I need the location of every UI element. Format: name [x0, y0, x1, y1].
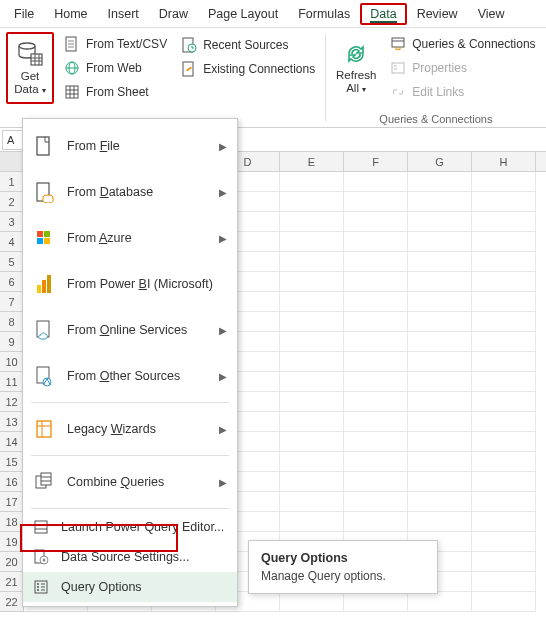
- cell[interactable]: [472, 452, 536, 472]
- cell[interactable]: [408, 212, 472, 232]
- cell[interactable]: [344, 592, 408, 612]
- cell[interactable]: [280, 172, 344, 192]
- cell[interactable]: [280, 592, 344, 612]
- cell[interactable]: [408, 492, 472, 512]
- refresh-all-button[interactable]: RefreshAll ▾: [332, 32, 380, 104]
- cell[interactable]: [472, 552, 536, 572]
- cell[interactable]: [280, 272, 344, 292]
- cell[interactable]: [408, 352, 472, 372]
- cell[interactable]: [344, 512, 408, 532]
- menu-from-database[interactable]: From Database ▶: [23, 169, 237, 215]
- cell[interactable]: [408, 412, 472, 432]
- menu-from-file[interactable]: From File ▶: [23, 123, 237, 169]
- cell[interactable]: [344, 352, 408, 372]
- cell[interactable]: [280, 392, 344, 412]
- cell[interactable]: [408, 232, 472, 252]
- menu-from-azure[interactable]: From Azure ▶: [23, 215, 237, 261]
- cell[interactable]: [408, 592, 472, 612]
- row-4[interactable]: 4: [0, 232, 24, 252]
- row-12[interactable]: 12: [0, 392, 24, 412]
- tab-file[interactable]: File: [4, 3, 44, 25]
- cell[interactable]: [408, 512, 472, 532]
- existing-connections-button[interactable]: Existing Connections: [177, 58, 319, 80]
- cell[interactable]: [472, 472, 536, 492]
- row-6[interactable]: 6: [0, 272, 24, 292]
- cell[interactable]: [472, 272, 536, 292]
- cell[interactable]: [344, 172, 408, 192]
- row-7[interactable]: 7: [0, 292, 24, 312]
- tab-page-layout[interactable]: Page Layout: [198, 3, 288, 25]
- cell[interactable]: [472, 352, 536, 372]
- cell[interactable]: [344, 292, 408, 312]
- row-17[interactable]: 17: [0, 492, 24, 512]
- cell[interactable]: [344, 332, 408, 352]
- row-2[interactable]: 2: [0, 192, 24, 212]
- cell[interactable]: [344, 272, 408, 292]
- row-16[interactable]: 16: [0, 472, 24, 492]
- cell[interactable]: [408, 372, 472, 392]
- cell[interactable]: [408, 252, 472, 272]
- cell[interactable]: [472, 212, 536, 232]
- tab-home[interactable]: Home: [44, 3, 97, 25]
- cell[interactable]: [472, 572, 536, 592]
- cell[interactable]: [280, 452, 344, 472]
- row-19[interactable]: 19: [0, 532, 24, 552]
- cell[interactable]: [280, 252, 344, 272]
- row-22[interactable]: 22: [0, 592, 24, 612]
- row-10[interactable]: 10: [0, 352, 24, 372]
- row-1[interactable]: 1: [0, 172, 24, 192]
- cell[interactable]: [344, 432, 408, 452]
- cell[interactable]: [408, 332, 472, 352]
- cell[interactable]: [280, 372, 344, 392]
- row-9[interactable]: 9: [0, 332, 24, 352]
- cell[interactable]: [344, 312, 408, 332]
- row-21[interactable]: 21: [0, 572, 24, 592]
- row-14[interactable]: 14: [0, 432, 24, 452]
- menu-from-other-sources[interactable]: From Other Sources ▶: [23, 353, 237, 399]
- cell[interactable]: [408, 272, 472, 292]
- cell[interactable]: [280, 232, 344, 252]
- row-13[interactable]: 13: [0, 412, 24, 432]
- cell[interactable]: [472, 312, 536, 332]
- cell[interactable]: [472, 192, 536, 212]
- cell[interactable]: [280, 212, 344, 232]
- cell[interactable]: [472, 372, 536, 392]
- cell[interactable]: [472, 292, 536, 312]
- select-all-triangle[interactable]: [0, 152, 24, 171]
- tab-draw[interactable]: Draw: [149, 3, 198, 25]
- from-web-button[interactable]: From Web: [60, 57, 171, 79]
- tab-formulas[interactable]: Formulas: [288, 3, 360, 25]
- recent-sources-button[interactable]: Recent Sources: [177, 34, 319, 56]
- cell[interactable]: [280, 412, 344, 432]
- menu-data-source-settings[interactable]: Data Source Settings...: [23, 542, 237, 572]
- cell[interactable]: [280, 492, 344, 512]
- cell[interactable]: [344, 212, 408, 232]
- cell[interactable]: [408, 452, 472, 472]
- row-15[interactable]: 15: [0, 452, 24, 472]
- cell[interactable]: [472, 492, 536, 512]
- cell[interactable]: [344, 492, 408, 512]
- cell[interactable]: [280, 512, 344, 532]
- menu-query-options[interactable]: Query Options: [23, 572, 237, 602]
- tab-data[interactable]: Data: [360, 3, 406, 25]
- tab-review[interactable]: Review: [407, 3, 468, 25]
- menu-combine-queries[interactable]: Combine Queries ▶: [23, 459, 237, 505]
- col-F[interactable]: F: [344, 152, 408, 171]
- cell[interactable]: [408, 312, 472, 332]
- cell[interactable]: [408, 192, 472, 212]
- menu-from-online-services[interactable]: From Online Services ▶: [23, 307, 237, 353]
- cell[interactable]: [280, 332, 344, 352]
- tab-insert[interactable]: Insert: [98, 3, 149, 25]
- cell[interactable]: [344, 452, 408, 472]
- cell[interactable]: [344, 232, 408, 252]
- cell[interactable]: [472, 392, 536, 412]
- cell[interactable]: [280, 352, 344, 372]
- cell[interactable]: [344, 252, 408, 272]
- row-8[interactable]: 8: [0, 312, 24, 332]
- cell[interactable]: [472, 332, 536, 352]
- cell[interactable]: [344, 412, 408, 432]
- cell[interactable]: [408, 392, 472, 412]
- menu-legacy-wizards[interactable]: Legacy Wizards ▶: [23, 406, 237, 452]
- cell[interactable]: [472, 252, 536, 272]
- cell[interactable]: [472, 232, 536, 252]
